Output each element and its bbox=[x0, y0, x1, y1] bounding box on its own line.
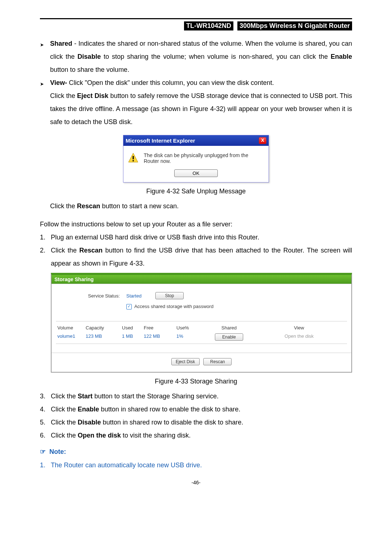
enable-button[interactable]: Enable bbox=[215, 333, 243, 341]
checkbox-icon[interactable]: ✓ bbox=[126, 304, 132, 309]
header-model: TL-WR1042ND bbox=[184, 21, 233, 30]
bullet-shared-text: Shared - Indicates the shared or non-sha… bbox=[50, 37, 352, 76]
step-6-text: Click the Open the disk to visit the sha… bbox=[51, 429, 352, 442]
step-3: 3. Click the Start button to start the S… bbox=[40, 390, 352, 403]
shared-c: button to share the volume. bbox=[50, 66, 129, 73]
warning-icon bbox=[128, 152, 139, 164]
note-1-text: The Router can automatically locate new … bbox=[51, 459, 352, 472]
dialog-button-row: OK bbox=[123, 167, 269, 182]
dialog-title-text: Microsoft Internet Explorer bbox=[126, 138, 195, 144]
eject-paragraph: Click the Eject Disk button to safely re… bbox=[50, 89, 352, 128]
note-heading: ☞ Note: bbox=[40, 448, 352, 456]
close-icon[interactable]: X bbox=[259, 137, 266, 144]
step-2: 2. Click the Rescan button to find the U… bbox=[40, 244, 352, 270]
panel-footer: Eject Disk Rescan bbox=[52, 353, 351, 372]
figure-32-caption: Figure 4-32 Safe Unplug Message bbox=[40, 188, 352, 195]
step-3-num: 3. bbox=[40, 390, 51, 403]
eject-disk-button[interactable]: Eject Disk bbox=[171, 358, 200, 365]
rescan-button[interactable]: Rescan bbox=[203, 358, 232, 365]
table-row: volume1 123 MB 1 MB 122 MB 1% Enable Ope… bbox=[56, 332, 347, 342]
step-6: 6. Click the Open the disk to visit the … bbox=[40, 429, 352, 442]
step-4: 4. Click the Enable button in shared row… bbox=[40, 403, 352, 416]
cell-capacity: 123 MB bbox=[86, 333, 122, 341]
view-title: View- bbox=[50, 79, 67, 86]
hand-point-icon: ☞ bbox=[40, 448, 46, 456]
panel-table: Volume Capacity Used Free Use% Shared Vi… bbox=[52, 316, 351, 353]
step-2-b: Rescan bbox=[79, 247, 103, 254]
svg-rect-1 bbox=[132, 156, 134, 159]
stop-button[interactable]: Stop bbox=[155, 292, 184, 299]
step-3-text: Click the Start button to start the Stor… bbox=[51, 390, 352, 403]
eject-a: Click the bbox=[50, 92, 77, 99]
note-1-num: 1. bbox=[40, 459, 51, 472]
shared-sep: - bbox=[72, 40, 78, 47]
step-5-num: 5. bbox=[40, 416, 51, 429]
note-1: 1. The Router can automatically locate n… bbox=[40, 459, 352, 472]
col-capacity: Capacity bbox=[86, 325, 122, 331]
instructions-intro: Follow the instructions below to set up … bbox=[40, 218, 352, 231]
eject-b: Eject Disk bbox=[77, 92, 108, 99]
page-header: TL-WR1042ND 300Mbps Wireless N Gigabit R… bbox=[40, 21, 352, 30]
panel-title: Storage Sharing bbox=[52, 275, 351, 284]
panel-service-section: Service Status: Started Stop ✓ Access sh… bbox=[52, 284, 351, 316]
cell-free: 122 MB bbox=[144, 333, 176, 341]
service-status-row: Service Status: Started Stop bbox=[73, 292, 346, 299]
service-status-value: Started bbox=[126, 293, 155, 299]
step-1-num: 1. bbox=[40, 231, 51, 244]
dialog-body: The disk can be physically unplugged fro… bbox=[123, 146, 269, 167]
step-2-num: 2. bbox=[40, 244, 51, 257]
step-1-text: Plug an external USB hard disk drive or … bbox=[51, 231, 352, 244]
step-4-num: 4. bbox=[40, 403, 51, 416]
view-rest: Click "Open the disk" under this column,… bbox=[67, 79, 274, 86]
shared-enable: Enable bbox=[331, 53, 352, 60]
service-status-label: Service Status: bbox=[73, 293, 126, 299]
shared-b: to stop sharing the volume; when volume … bbox=[101, 53, 331, 60]
dialog-titlebar: Microsoft Internet Explorer X bbox=[123, 135, 269, 146]
shared-disable: Disable bbox=[78, 53, 101, 60]
step-4-text: Click the Enable button in shared row to… bbox=[51, 403, 352, 416]
cell-usep: 1% bbox=[176, 333, 205, 341]
note-label: Note: bbox=[49, 448, 66, 456]
step-2-a: Click the bbox=[51, 247, 79, 254]
bullet-shared: ➤ Shared - Indicates the shared or non-s… bbox=[40, 37, 352, 76]
step-2-text: Click the Rescan button to find the USB … bbox=[51, 244, 352, 270]
rescan-c: button to start a new scan. bbox=[100, 202, 179, 210]
cell-shared: Enable bbox=[205, 333, 253, 341]
svg-point-2 bbox=[132, 160, 134, 161]
col-used: Used bbox=[122, 325, 144, 331]
step-5-text: Click the Disable button in shared row t… bbox=[51, 416, 352, 429]
table-header: Volume Capacity Used Free Use% Shared Vi… bbox=[56, 324, 347, 332]
col-usep: Use% bbox=[176, 325, 205, 331]
shared-title: Shared bbox=[50, 40, 72, 47]
unplug-dialog: Microsoft Internet Explorer X The disk c… bbox=[123, 135, 269, 182]
cell-volume[interactable]: volume1 bbox=[57, 333, 86, 341]
page-number: -46- bbox=[40, 480, 352, 485]
password-checkbox-row: ✓ Access shared storage with password bbox=[126, 304, 346, 309]
step-6-num: 6. bbox=[40, 429, 51, 442]
triangle-bullet-icon: ➤ bbox=[40, 37, 50, 50]
figure-33-caption: Figure 4-33 Storage Sharing bbox=[40, 378, 352, 385]
step-1: 1. Plug an external USB hard disk drive … bbox=[40, 231, 352, 244]
triangle-bullet-icon: ➤ bbox=[40, 76, 50, 89]
col-view: View bbox=[253, 325, 346, 331]
col-free: Free bbox=[144, 325, 176, 331]
rescan-paragraph: Click the Rescan button to start a new s… bbox=[50, 200, 352, 213]
rescan-a: Click the bbox=[50, 202, 77, 210]
step-5: 5. Click the Disable button in shared ro… bbox=[40, 416, 352, 429]
ok-button[interactable]: OK bbox=[174, 169, 218, 177]
password-checkbox-label: Access shared storage with password bbox=[134, 304, 213, 309]
bullet-view-text: View- Click "Open the disk" under this c… bbox=[50, 76, 352, 89]
cell-used: 1 MB bbox=[122, 333, 144, 341]
dialog-message: The disk can be physically unplugged fro… bbox=[144, 152, 264, 164]
header-rule bbox=[40, 18, 352, 19]
open-disk-link[interactable]: Open the disk bbox=[253, 333, 346, 341]
col-volume: Volume bbox=[57, 325, 86, 331]
bullet-view: ➤ View- Click "Open the disk" under this… bbox=[40, 76, 352, 89]
header-desc: 300Mbps Wireless N Gigabit Router bbox=[237, 21, 352, 30]
col-shared: Shared bbox=[205, 325, 253, 331]
storage-sharing-panel: Storage Sharing Service Status: Started … bbox=[51, 273, 352, 373]
rescan-b: Rescan bbox=[77, 202, 100, 210]
